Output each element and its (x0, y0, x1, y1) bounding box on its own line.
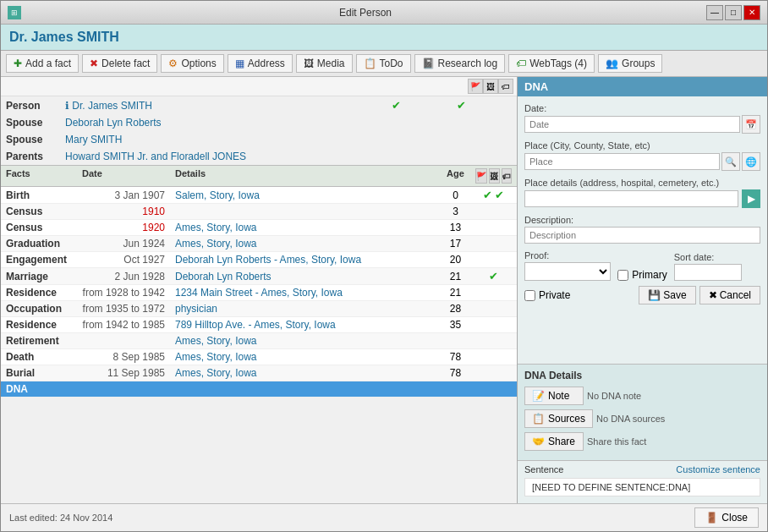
header-icons-row: 🚩 🖼 🏷 (1, 77, 517, 96)
fact-details-cell: Ames, Story, Iowa (170, 220, 441, 236)
table-row[interactable]: Death 8 Sep 1985 Ames, Story, Iowa 78 (1, 349, 517, 365)
fact-date-cell: from 1942 to 1985 (77, 317, 170, 333)
research-log-icon: 📓 (422, 58, 435, 69)
sentence-text: [NEED TO DEFINE SENTENCE:DNA] (524, 478, 760, 496)
save-button[interactable]: 💾 Save (639, 286, 695, 304)
fact-name-cell: Residence (1, 285, 77, 301)
date-input[interactable] (524, 116, 740, 133)
table-row[interactable]: Census 1910 3 (1, 204, 517, 220)
place-search-btn[interactable]: 🔍 (721, 152, 740, 171)
fact-details-cell: Salem, Story, Iowa (170, 187, 441, 204)
minimize-button[interactable]: — (706, 5, 723, 20)
main-content: 🚩 🖼 🏷 Person ℹ Dr. James SMITH ✔ ✔ Spous (1, 77, 767, 503)
table-row[interactable]: Graduation Jun 1924 Ames, Story, Iowa 17 (1, 236, 517, 252)
spouse2-row: Spouse Mary SMITH (1, 131, 517, 148)
proof-label: Proof: (524, 250, 611, 261)
fact-checks-cell: ✔ (470, 268, 517, 285)
facts-scroll-area[interactable]: Birth 3 Jan 1907 Salem, Story, Iowa 0 ✔ … (1, 187, 517, 398)
fact-date-cell: from 1928 to 1942 (77, 285, 170, 301)
fact-name-cell: Retirement (1, 333, 77, 349)
spouse2-value: Mary SMITH (60, 131, 517, 148)
customize-sentence-link[interactable]: Customize sentence (676, 464, 760, 474)
fact-details-cell (170, 204, 441, 220)
proof-group: Proof: (524, 250, 611, 281)
fact-details-cell: Deborah Lyn Roberts - Ames, Story, Iowa (170, 252, 441, 268)
dna-row[interactable]: DNA (1, 381, 517, 398)
fact-checks-cell (470, 236, 517, 252)
person-header: Dr. James SMITH (1, 25, 767, 51)
table-row[interactable]: Occupation from 1935 to 1972 physician 2… (1, 301, 517, 317)
todo-button[interactable]: 📋 ToDo (356, 54, 411, 73)
image-icon[interactable]: 🖼 (483, 79, 498, 94)
primary-checkbox[interactable] (617, 270, 628, 281)
maximize-button[interactable]: □ (725, 5, 742, 20)
col-img-icon[interactable]: 🖼 (489, 168, 500, 184)
table-row[interactable]: Residence from 1942 to 1985 789 Hilltop … (1, 317, 517, 333)
address-icon: ▦ (235, 58, 244, 69)
delete-icon: ✖ (90, 58, 98, 69)
table-row[interactable]: Residence from 1928 to 1942 1234 Main St… (1, 285, 517, 301)
col-tag-icon[interactable]: 🏷 (502, 168, 513, 184)
description-group: Description: (524, 215, 760, 244)
media-button[interactable]: 🖼 Media (296, 54, 353, 73)
col-flag-icon[interactable]: 🚩 (475, 168, 487, 184)
webtags-button[interactable]: 🏷 WebTags (4) (508, 54, 595, 73)
add-fact-button[interactable]: ✚ Add a fact (6, 54, 79, 73)
fact-date-cell: Jun 1924 (77, 236, 170, 252)
window-icon: ⊞ (8, 6, 21, 19)
date-calendar-btn[interactable]: 📅 (742, 115, 760, 134)
research-log-button[interactable]: 📓 Research log (414, 54, 506, 73)
sort-date-input[interactable] (674, 264, 742, 281)
sources-button[interactable]: 📋 Sources (524, 409, 593, 428)
details-col-header: Details (170, 166, 441, 186)
place-input-row: 🔍 🌐 (524, 152, 760, 171)
close-window-button[interactable]: ✕ (743, 5, 760, 20)
facts-header: Facts Date Details Age 🚩 🖼 🏷 (1, 165, 517, 187)
place-globe-btn[interactable]: 🌐 (742, 152, 760, 171)
fact-date-cell (77, 333, 170, 349)
place-details-row: ▶ (524, 189, 760, 208)
proof-select[interactable] (524, 262, 611, 281)
cancel-button[interactable]: ✖ Cancel (699, 286, 760, 304)
fact-details-cell: Ames, Story, Iowa (170, 333, 441, 349)
options-button[interactable]: ⚙ Options (161, 54, 223, 73)
fact-name-cell: Census (1, 220, 77, 236)
person-info-table: Person ℹ Dr. James SMITH ✔ ✔ Spouse Debo… (1, 96, 517, 165)
table-row[interactable]: Engagement Oct 1927 Deborah Lyn Roberts … (1, 252, 517, 268)
place-input[interactable] (524, 153, 720, 170)
table-row[interactable]: Marriage 2 Jun 1928 Deborah Lyn Roberts … (1, 268, 517, 285)
fact-name-cell: Birth (1, 187, 77, 204)
share-button[interactable]: 🤝 Share (524, 432, 584, 451)
place-details-btn[interactable]: ▶ (742, 189, 760, 208)
fact-name-cell: Burial (1, 365, 77, 381)
add-icon: ✚ (14, 58, 22, 69)
fact-checks-cell (470, 301, 517, 317)
sources-text: No DNA sources (596, 414, 665, 424)
description-input[interactable] (524, 227, 760, 244)
place-details-label: Place details (address, hospital, cemete… (524, 178, 760, 188)
fact-age-cell: 13 (441, 220, 470, 236)
close-button[interactable]: 🚪 Close (694, 507, 759, 528)
spouse1-value: Deborah Lyn Roberts (60, 114, 517, 131)
place-group: Place (City, County, State, etc) 🔍 🌐 (524, 140, 760, 171)
person-row: Person ℹ Dr. James SMITH ✔ ✔ (1, 96, 517, 114)
right-panel: DNA Date: 📅 Place (City, County, State, … (518, 77, 767, 503)
place-details-group: Place details (address, hospital, cemete… (524, 178, 760, 208)
fact-age-cell: 17 (441, 236, 470, 252)
place-details-input[interactable] (524, 190, 738, 207)
fact-age-cell: 21 (441, 268, 470, 285)
tag-icon[interactable]: 🏷 (498, 79, 513, 94)
table-row[interactable]: Census 1920 Ames, Story, Iowa 13 (1, 220, 517, 236)
note-button[interactable]: 📝 Note (524, 387, 584, 405)
flag-icon[interactable]: 🚩 (468, 79, 483, 94)
fact-checks-cell (470, 285, 517, 301)
last-edited-status: Last edited: 24 Nov 2014 (9, 513, 112, 523)
delete-fact-button[interactable]: ✖ Delete fact (82, 54, 157, 73)
groups-button[interactable]: 👥 Groups (598, 54, 662, 73)
table-row[interactable]: Birth 3 Jan 1907 Salem, Story, Iowa 0 ✔ … (1, 187, 517, 204)
private-checkbox[interactable] (524, 290, 535, 301)
table-row[interactable]: Retirement Ames, Story, Iowa (1, 333, 517, 349)
address-button[interactable]: ▦ Address (228, 54, 293, 73)
table-row[interactable]: Burial 11 Sep 1985 Ames, Story, Iowa 78 (1, 365, 517, 381)
person-display-name: Dr. James SMITH (9, 30, 759, 45)
